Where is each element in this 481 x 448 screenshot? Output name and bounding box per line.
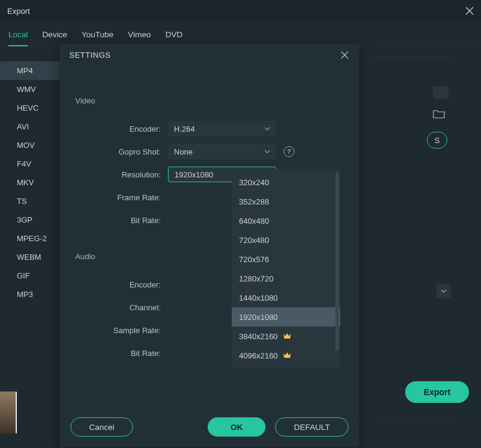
label-sample-rate: Sample Rate:	[69, 326, 168, 335]
format-item-ts[interactable]: TS	[0, 192, 60, 210]
crown-icon	[282, 331, 292, 341]
folder-icon[interactable]	[433, 109, 445, 118]
default-button[interactable]: DEFAULT	[275, 417, 349, 437]
resolution-option[interactable]: 1280x720	[232, 269, 340, 288]
help-icon[interactable]: ?	[284, 146, 294, 157]
video-section-label: Video	[75, 96, 350, 105]
resolution-option-label: 4096x2160	[239, 351, 278, 360]
window-title: Export	[7, 7, 30, 16]
format-item-webm[interactable]: WEBM	[0, 248, 60, 266]
label-audio-encoder: Encoder:	[69, 280, 168, 289]
bg-select-caret[interactable]	[436, 284, 451, 298]
crown-icon	[282, 351, 292, 360]
format-item-f4v[interactable]: F4V	[0, 155, 60, 173]
window-titlebar: Export	[0, 0, 481, 22]
settings-title: SETTINGS	[69, 51, 111, 60]
window-close-button[interactable]	[465, 7, 474, 15]
resolution-option[interactable]: 3840x2160	[232, 327, 340, 346]
label-video-encoder: Encoder:	[69, 124, 168, 133]
format-item-mov[interactable]: MOV	[0, 136, 60, 155]
ok-button[interactable]: OK	[208, 417, 265, 437]
resolution-option[interactable]: 352x288	[232, 192, 340, 211]
format-item-mkv[interactable]: MKV	[0, 173, 60, 192]
bg-chip	[433, 86, 448, 99]
export-button[interactable]: Export	[405, 381, 469, 403]
format-item-avi[interactable]: AVI	[0, 117, 60, 136]
resolution-option[interactable]: 1920x1080	[232, 307, 340, 327]
select-video-encoder-value: H.264	[174, 124, 195, 133]
resolution-option-label: 1920x1080	[239, 313, 278, 322]
resolution-option[interactable]: 1440x1080	[232, 288, 340, 307]
background-ui: S	[361, 58, 451, 149]
label-frame-rate: Frame Rate:	[69, 193, 168, 202]
resolution-option-label: 1280x720	[239, 274, 273, 283]
label-gopro-shot: Gopro Shot:	[69, 147, 168, 156]
resolution-option-label: 720x576	[239, 255, 269, 264]
tab-local[interactable]: Local	[8, 26, 28, 46]
resolution-option[interactable]: 720x480	[232, 230, 340, 250]
resolution-option[interactable]: 640x480	[232, 211, 340, 230]
resolution-option[interactable]: 320x240	[232, 173, 340, 192]
cancel-button[interactable]: Cancel	[70, 417, 133, 437]
resolution-option-label: 352x288	[239, 197, 269, 206]
format-item-wmv[interactable]: WMV	[0, 80, 60, 99]
row-video-encoder: Encoder: H.264	[69, 117, 350, 140]
label-channel: Channel:	[69, 303, 168, 312]
settings-buttons: Cancel OK DEFAULT	[60, 417, 359, 447]
label-audio-bit-rate: Bit Rate:	[69, 349, 168, 358]
format-item-hevc[interactable]: HEVC	[0, 99, 60, 117]
select-gopro-shot[interactable]: None	[168, 144, 276, 159]
resolution-option[interactable]: 4096x2160	[232, 346, 340, 365]
preview-thumbnail	[0, 391, 17, 434]
format-item-mpeg-2[interactable]: MPEG-2	[0, 229, 60, 248]
label-video-bit-rate: Bit Rate:	[69, 216, 168, 225]
format-item-3gp[interactable]: 3GP	[0, 210, 60, 229]
select-video-encoder[interactable]: H.264	[168, 121, 276, 137]
chevron-down-icon	[264, 150, 270, 153]
label-resolution: Resolution:	[69, 170, 168, 179]
format-item-gif[interactable]: GIF	[0, 266, 60, 285]
resolution-option-label: 320x240	[239, 178, 269, 187]
row-gopro-shot: Gopro Shot: None ?	[69, 140, 350, 163]
bg-settings-pill[interactable]: S	[427, 132, 447, 149]
settings-close-button[interactable]	[341, 51, 349, 59]
dropdown-scrollbar[interactable]	[335, 173, 339, 351]
export-row: Export	[405, 381, 469, 403]
select-gopro-shot-value: None	[174, 147, 193, 156]
resolution-option-label: 640x480	[239, 216, 269, 226]
settings-dialog: SETTINGS Video Encoder: H.264 Gopro Shot…	[60, 43, 359, 447]
select-resolution-value: 1920x1080	[175, 170, 213, 179]
settings-header: SETTINGS	[60, 43, 359, 66]
format-sidebar: MP4WMVHEVCAVIMOVF4VMKVTS3GPMPEG-2WEBMGIF…	[0, 47, 60, 448]
resolution-option[interactable]: 720x576	[232, 250, 340, 269]
resolution-dropdown: 320x240352x288640x480720x480720x5761280x…	[232, 169, 340, 367]
chevron-down-icon	[264, 127, 270, 130]
resolution-option-label: 1440x1080	[239, 293, 278, 302]
bg-separator	[361, 58, 451, 58]
format-item-mp4[interactable]: MP4	[0, 61, 60, 80]
settings-body: Video Encoder: H.264 Gopro Shot: None ? …	[60, 66, 359, 417]
button-spacer	[143, 417, 198, 437]
format-item-mp3[interactable]: MP3	[0, 285, 60, 304]
resolution-option-label: 3840x2160	[239, 332, 278, 341]
resolution-option-label: 720x480	[239, 236, 269, 245]
resolution-dropdown-list: 320x240352x288640x480720x480720x5761280x…	[232, 169, 340, 367]
